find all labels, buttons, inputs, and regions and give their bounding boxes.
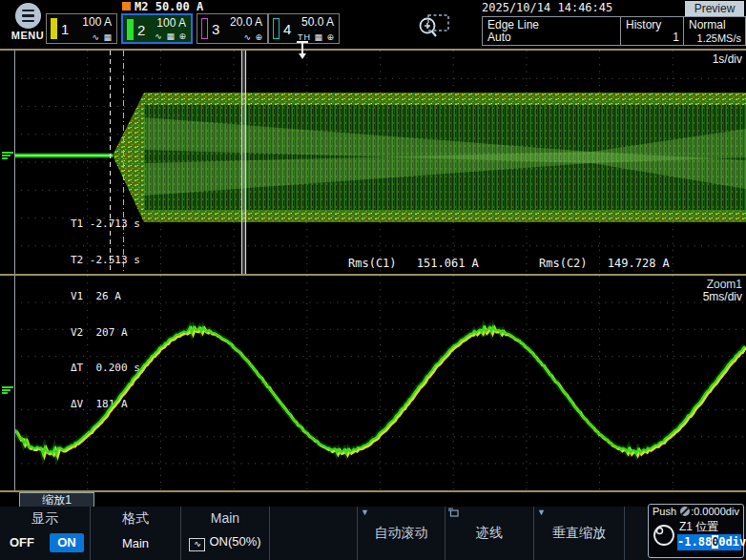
channel-3-number: 3 — [212, 21, 219, 37]
zoom-window-title: Zoom1 — [707, 278, 742, 291]
autoscroll-cell[interactable]: ▼ 自动滚动 — [358, 507, 446, 560]
channel-2-coupling-icons: ∿ ▦ ⊕ — [155, 31, 187, 41]
empty-cell — [270, 507, 358, 560]
push-value: :0.0000div — [691, 506, 739, 517]
menu-label: MENU — [7, 30, 49, 41]
channel-4-number: 4 — [283, 21, 291, 37]
display-off-option[interactable]: OFF — [10, 535, 34, 550]
trigger-position-icon[interactable] — [294, 40, 311, 65]
zoom-waveform-canvas[interactable] — [14, 276, 746, 490]
channel-3-box[interactable]: 3 20.0 A ∿ ⊕ — [197, 13, 268, 44]
rms-c2-label: Rms(C2) — [539, 257, 588, 270]
channel-4-range: 50.0 A — [301, 15, 334, 29]
rms-c2-readout: Rms(C2) 149.728 A — [539, 257, 670, 270]
history-value: 1 — [673, 31, 679, 44]
acquisition-mode: Normal — [689, 18, 726, 31]
probe-icon: ⊕ — [178, 31, 187, 41]
filter-icon: ▦ — [314, 32, 323, 42]
probe-icon: ⊕ — [255, 32, 263, 42]
z1-position-value[interactable]: -1.8800div — [677, 534, 741, 550]
math-channel-label: M2 50.00 A — [135, 0, 203, 13]
tab-zoom1[interactable]: 缩放1 — [19, 492, 94, 508]
channel-3-range: 20.0 A — [230, 15, 262, 29]
acquisition-box[interactable]: Normal 1.25MS/s — [683, 16, 746, 46]
z1-position-label: Z1 位置 — [679, 519, 718, 535]
channel-2-range: 100 A — [156, 16, 186, 30]
history-box[interactable]: History 1 — [620, 16, 684, 46]
waveform-thumbnail-icon: ∿ — [189, 538, 205, 551]
rms-c2-value: 149.728 A — [608, 257, 670, 270]
channel-2-number: 2 — [137, 22, 145, 38]
zoom-timebase-label: 5ms/div — [703, 290, 742, 303]
menu-button[interactable]: MENU — [7, 3, 49, 47]
rms-c1-label: Rms(C1) — [348, 257, 397, 270]
main-ratio-value: ON(50%) — [209, 534, 260, 549]
knob-push-icon — [679, 506, 691, 517]
channel-2-box[interactable]: 2 100 A ∿ ▦ ⊕ — [121, 13, 193, 44]
probe-icon: ⊕ — [326, 32, 335, 42]
main-ratio-cell[interactable]: Main ∿ON(50%) — [181, 507, 270, 560]
rms-c1-readout: Rms(C1) 151.061 A — [348, 257, 479, 270]
cursor-t2: T2 -2.513 s — [71, 255, 140, 267]
channel-1-coupling-icons: ∿ ▦ — [92, 32, 113, 42]
popout-window-icon — [448, 508, 459, 519]
trigger-settings-box[interactable]: Edge Line Auto — [482, 16, 621, 46]
push-hint-row: Push :0.0000div — [653, 506, 739, 517]
dropdown-arrow-icon: ▼ — [361, 508, 369, 517]
vertical-zoom-cell[interactable]: ▼ 垂直缩放 — [534, 507, 625, 560]
ac-wave-icon: ∿ — [243, 32, 252, 42]
display-cell[interactable]: 显示 OFF ON — [0, 507, 91, 560]
main-ratio-label: Main — [181, 510, 269, 526]
hamburger-icon — [15, 3, 41, 29]
channel-1-range: 100 A — [82, 15, 112, 29]
channel-4-color-bar — [273, 18, 280, 39]
filter-icon: ▦ — [166, 31, 176, 41]
channel-2-color-bar — [127, 19, 134, 40]
display-label: 显示 — [0, 510, 90, 528]
trace-cell[interactable]: 迹线 — [446, 507, 534, 560]
format-value: Main — [91, 536, 180, 550]
filter-icon: ▦ — [103, 32, 113, 42]
channel-3-color-bar — [201, 18, 208, 39]
cursor-t1: T1 -2.713 s — [71, 218, 140, 231]
zoom-waveform-graph[interactable] — [0, 276, 746, 490]
rotary-knob-icon[interactable] — [653, 524, 675, 547]
ac-wave-icon: ∿ — [92, 32, 100, 42]
channel-1-box[interactable]: 1 100 A ∿ ▦ — [46, 13, 117, 44]
main-timebase-label: 1s/div — [713, 52, 742, 66]
dropdown-arrow-icon: ▼ — [537, 508, 546, 517]
z1-value-pre: -1.88 — [677, 535, 712, 549]
trigger-mode: Auto — [487, 31, 511, 44]
channel-1-color-bar — [51, 18, 57, 39]
ground-marker-main — [2, 152, 13, 160]
footer-divider — [0, 490, 746, 492]
ac-wave-icon: ∿ — [155, 31, 163, 41]
softkey-menu-bar: 显示 OFF ON 格式 Main Main ∿ON(50%) ▼ 自动滚动 迹… — [0, 507, 746, 560]
datetime: 2025/10/14 14:46:45 — [482, 1, 612, 14]
push-label: Push — [653, 506, 676, 517]
trigger-type: Edge Line — [487, 18, 539, 31]
channel-3-coupling-icons: ∿ ⊕ — [243, 32, 263, 42]
vertical-zoom-label: 垂直缩放 — [534, 507, 624, 560]
z1-value-post: 0div — [718, 535, 746, 549]
z1-position-knob-panel[interactable]: Push :0.0000div Z1 位置 -1.8800div — [648, 504, 744, 558]
format-label: 格式 — [91, 510, 180, 528]
main-ratio-value-row: ∿ON(50%) — [181, 534, 269, 551]
rms-c1-value: 151.061 A — [417, 257, 479, 270]
ground-marker-zoom — [2, 386, 13, 395]
history-label: History — [626, 18, 661, 31]
preview-button[interactable]: Preview — [685, 1, 744, 16]
zoom-search-icon[interactable] — [417, 12, 451, 45]
display-on-option[interactable]: ON — [50, 533, 84, 552]
sample-rate: 1.25MS/s — [697, 32, 741, 44]
channel-1-number: 1 — [61, 21, 69, 37]
format-cell[interactable]: 格式 Main — [91, 507, 181, 560]
math-channel-color-swatch — [122, 2, 131, 10]
autoscroll-label: 自动滚动 — [358, 507, 445, 560]
